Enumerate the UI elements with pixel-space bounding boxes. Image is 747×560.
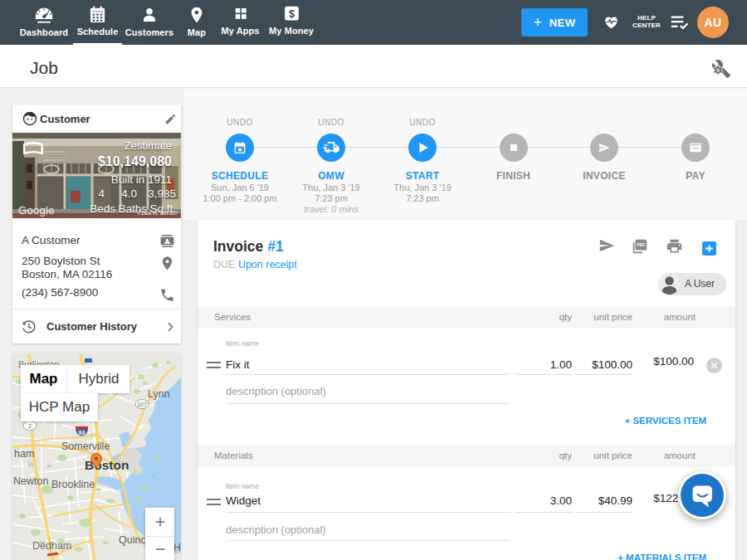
svg-text:Dedham: Dedham: [32, 540, 71, 552]
svg-text:107: 107: [137, 402, 147, 407]
svg-text:Brookline: Brookline: [51, 479, 95, 490]
svg-text:93: 93: [79, 430, 85, 436]
svg-text:PDF: PDF: [637, 242, 645, 247]
svg-text:Lynn: Lynn: [148, 388, 170, 400]
svg-text:$: $: [288, 8, 294, 20]
svg-text:Newton: Newton: [13, 475, 48, 487]
svg-text:2: 2: [28, 423, 32, 429]
svg-text:Hi: Hi: [173, 542, 181, 553]
svg-text:ham: ham: [14, 448, 34, 460]
svg-text:Somerville: Somerville: [61, 441, 110, 452]
